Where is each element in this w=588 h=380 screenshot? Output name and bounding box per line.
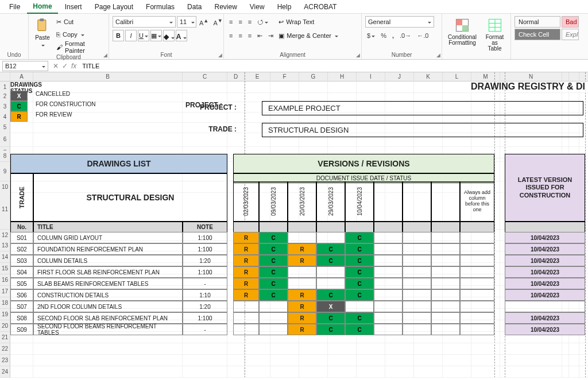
align-middle-button[interactable]: ≡ — [237, 18, 243, 26]
cut-button[interactable]: ✂Cut — [56, 16, 105, 28]
tab-data[interactable]: Data — [181, 1, 207, 13]
row-header[interactable]: 9 — [0, 162, 10, 181]
align-center-button[interactable]: ≡ — [237, 32, 243, 40]
indent-increase-button[interactable]: ⇥ — [266, 32, 275, 40]
row-header[interactable]: 3 — [0, 101, 10, 113]
formula-input[interactable] — [79, 61, 588, 71]
paste-button[interactable]: Paste — [32, 16, 53, 49]
align-left-button[interactable]: ≡ — [227, 32, 234, 40]
row-header[interactable]: 16 — [0, 274, 10, 286]
col-header[interactable]: E — [245, 72, 270, 82]
accounting-button[interactable]: $ — [365, 32, 377, 40]
italic-button[interactable]: I — [125, 30, 137, 41]
conditional-formatting-button[interactable]: Conditional Formatting — [446, 16, 479, 47]
col-header[interactable]: J — [385, 72, 414, 82]
borders-button[interactable]: ▦ — [150, 30, 162, 41]
row-header[interactable]: 24 — [0, 366, 10, 378]
row-header[interactable]: 13 — [0, 240, 10, 251]
copy-button[interactable]: ⎘Copy — [56, 29, 105, 40]
row-header[interactable]: 15 — [0, 263, 10, 274]
tab-review[interactable]: Review — [208, 1, 242, 13]
tab-view[interactable]: View — [244, 1, 270, 13]
align-right-button[interactable]: ≡ — [246, 32, 253, 40]
row-header[interactable]: 8 — [0, 150, 10, 162]
col-header[interactable]: L — [443, 72, 471, 82]
col-header[interactable]: F — [270, 72, 299, 82]
dialog-launcher-icon[interactable]: ◢ — [436, 52, 440, 58]
dialog-launcher-icon[interactable]: ◢ — [103, 52, 107, 58]
style-explanatory[interactable]: Expl — [562, 29, 579, 40]
row-header[interactable]: 4 — [0, 111, 10, 123]
tab-file[interactable]: File — [3, 1, 26, 13]
comma-button[interactable]: , — [390, 32, 396, 40]
tab-help[interactable]: Help — [272, 1, 297, 13]
name-box[interactable]: B12 — [2, 61, 48, 71]
col-header[interactable]: O — [579, 72, 588, 82]
row-header[interactable]: 14 — [0, 251, 10, 263]
worksheet[interactable]: ABCDEFGHIJKLMNOP 1DRAWINGS STATUS INDEXD… — [0, 72, 588, 378]
row-header[interactable]: 22 — [0, 343, 10, 355]
row-header[interactable]: 12 — [0, 230, 10, 241]
col-header[interactable]: G — [299, 72, 328, 82]
percent-button[interactable]: % — [379, 32, 388, 40]
row-header[interactable]: 19 — [0, 309, 10, 320]
align-top-button[interactable]: ≡ — [227, 18, 234, 26]
col-header[interactable]: M — [471, 72, 500, 82]
col-header[interactable]: N — [500, 72, 562, 82]
column-headers[interactable]: ABCDEFGHIJKLMNOP — [0, 72, 588, 82]
orientation-button[interactable]: ⭯ — [256, 18, 270, 26]
tab-acrobat[interactable]: ACROBAT — [298, 1, 342, 13]
cancel-formula-icon[interactable]: ✕ — [53, 62, 59, 70]
style-bad[interactable]: Bad — [562, 16, 579, 28]
tab-formulas[interactable]: Formulas — [140, 1, 180, 13]
bold-button[interactable]: B — [113, 30, 124, 41]
decrease-font-button[interactable]: A▼ — [211, 17, 224, 27]
style-normal[interactable]: Normal — [514, 16, 560, 28]
status-row: RCC — [233, 324, 494, 335]
format-painter-button[interactable]: 🖌Format Painter — [56, 41, 105, 53]
increase-font-button[interactable]: A▲ — [198, 17, 210, 27]
wrap-text-button[interactable]: ↩Wrap Text — [278, 16, 338, 28]
row-header[interactable]: 18 — [0, 297, 10, 309]
font-color-button[interactable]: A — [176, 30, 187, 41]
dialog-launcher-icon[interactable]: ◢ — [356, 52, 360, 58]
underline-button[interactable]: U — [138, 30, 149, 41]
row-header[interactable]: 20 — [0, 320, 10, 332]
col-header[interactable]: B — [33, 72, 183, 82]
dialog-launcher-icon[interactable]: ◢ — [218, 52, 222, 58]
decrease-decimal-button[interactable]: ←.0 — [415, 32, 430, 40]
col-header[interactable] — [569, 72, 579, 82]
row-header[interactable]: 21 — [0, 332, 10, 343]
align-bottom-button[interactable]: ≡ — [246, 18, 253, 26]
col-header[interactable] — [0, 72, 10, 82]
row-header[interactable]: 17 — [0, 286, 10, 297]
increase-decimal-button[interactable]: .0→ — [398, 32, 413, 40]
font-name-select[interactable]: Calibri — [113, 16, 176, 28]
col-header[interactable]: D — [227, 72, 245, 82]
redo-button[interactable] — [13, 34, 16, 44]
tab-page-layout[interactable]: Page Layout — [89, 1, 139, 13]
format-as-table-button[interactable]: Format as Table — [482, 16, 507, 53]
fx-icon[interactable]: fx — [71, 62, 76, 70]
col-header[interactable] — [562, 72, 569, 82]
row-header[interactable]: 11 — [0, 189, 10, 230]
tab-insert[interactable]: Insert — [59, 1, 88, 13]
row-header[interactable]: 5 — [0, 122, 10, 133]
tab-home[interactable]: Home — [27, 0, 57, 14]
row-header[interactable]: 6 — [0, 132, 10, 147]
col-header[interactable]: C — [183, 72, 227, 82]
col-header[interactable]: I — [357, 72, 385, 82]
fill-color-button[interactable]: ◆ — [163, 30, 175, 41]
number-format-select[interactable]: General — [365, 16, 434, 28]
indent-decrease-button[interactable]: ⇤ — [256, 32, 264, 40]
undo-button[interactable] — [13, 23, 16, 32]
style-check-cell[interactable]: Check Cell — [514, 29, 560, 40]
row-header[interactable]: 23 — [0, 355, 10, 366]
col-header[interactable]: H — [328, 72, 357, 82]
merge-center-button[interactable]: ▣Merge & Center — [278, 30, 338, 41]
row-header[interactable]: 2 — [0, 91, 10, 102]
font-size-select[interactable]: 11 — [177, 16, 196, 28]
col-header[interactable]: K — [414, 72, 443, 82]
enter-formula-icon[interactable]: ✓ — [62, 62, 68, 70]
col-header[interactable]: A — [10, 72, 33, 82]
